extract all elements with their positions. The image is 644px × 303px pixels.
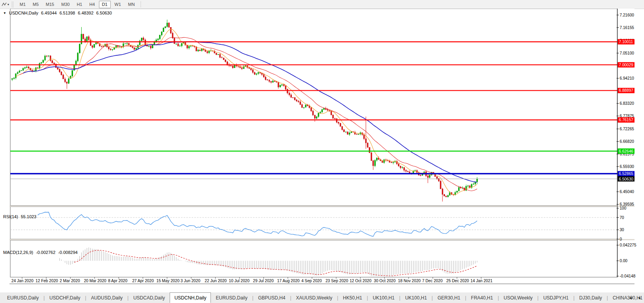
macd-main-value: -0.002762 bbox=[36, 250, 55, 255]
date-label: 17 Aug 2020 bbox=[277, 279, 300, 283]
macd-signal-value: -0.008294 bbox=[58, 250, 78, 255]
tab-uk100-h1[interactable]: UK100,H1 bbox=[401, 292, 432, 303]
rsi-value: 55.1023 bbox=[21, 214, 37, 219]
timeframe-button-m15[interactable]: M15 bbox=[43, 1, 57, 8]
tab-audusd-daily[interactable]: AUDUSD,Daily bbox=[86, 292, 128, 303]
tab-list: EURUSD,Daily|USDCHF,Daily|AUDUSD,Daily|U… bbox=[0, 292, 644, 303]
date-label: 27 Apr 2020 bbox=[132, 279, 154, 283]
price-tick-label: 6.55930 bbox=[620, 164, 634, 169]
ohlc-open: 6.49344 bbox=[41, 11, 57, 15]
macd-tick-label: 0.042275 bbox=[620, 243, 637, 248]
date-label: 7 Dec 2020 bbox=[422, 279, 443, 283]
rsi-name: RSI(14) bbox=[3, 214, 18, 219]
tab-scrollers: ◄ ► bbox=[629, 292, 642, 303]
rsi-indicator-label: RSI(14) 55.1023 bbox=[3, 214, 38, 219]
level-price-label: 6.62646 bbox=[619, 149, 633, 153]
tab-scroll-left-icon[interactable]: ◄ bbox=[629, 296, 632, 300]
tab-hk50-h1[interactable]: HK50,H1 bbox=[338, 292, 367, 303]
rsi-tick-label: 70 bbox=[620, 215, 624, 220]
timeframe-button-d1[interactable]: D1 bbox=[99, 1, 111, 8]
date-label: 22 Jun 2020 bbox=[205, 279, 227, 283]
date-label: 29 Jul 2020 bbox=[253, 279, 274, 283]
date-label: 25 Dec 2020 bbox=[446, 279, 469, 283]
price-tick-label: 7.05100 bbox=[620, 51, 634, 55]
tab-ger30-h1[interactable]: GER30,H1 bbox=[433, 292, 465, 303]
macd-name: MACD(12,26,9) bbox=[3, 250, 33, 255]
rsi-tick-label: 0 bbox=[620, 237, 622, 241]
level-price-label: 7.10011 bbox=[619, 40, 633, 44]
toolbar-grip-handle[interactable] bbox=[12, 2, 13, 7]
chart-title: ▼ USDCNH,Daily 6.49344 6.51398 6.48392 6… bbox=[3, 11, 113, 15]
date-label: 20 Mar 2020 bbox=[84, 279, 106, 283]
ohlc-close: 6.50630 bbox=[96, 11, 112, 15]
price-tick-label: 6.72265 bbox=[620, 127, 634, 131]
panel-splitter[interactable] bbox=[9, 206, 635, 207]
current-price-label: 6.50630 bbox=[619, 177, 633, 181]
date-label: 12 Feb 2020 bbox=[36, 279, 58, 283]
mt4-window: { "toolbar":{ "tool_caret":"▾", "timefra… bbox=[0, 0, 644, 303]
tab-dj30-daily[interactable]: DJ30,Daily bbox=[574, 292, 607, 303]
rsi-tick-label: 30 bbox=[620, 228, 624, 232]
level-price-label: 7.00029 bbox=[619, 63, 633, 67]
level-price-label: 6.76157 bbox=[619, 118, 633, 122]
timeframe-buttons: M1M5M15M30H1H4D1W1MN bbox=[16, 1, 138, 8]
price-chart-canvas[interactable]: 7.106286.996556.887656.504857.216007.161… bbox=[0, 9, 644, 292]
timeframe-button-m5[interactable]: M5 bbox=[29, 1, 42, 8]
tab-eurusd-daily[interactable]: EURUSD,Daily bbox=[211, 292, 252, 303]
panel-splitter[interactable] bbox=[9, 239, 635, 240]
tab-usdjpy-h1[interactable]: USDJPY,H1 bbox=[538, 292, 573, 303]
tab-eurusd-daily[interactable]: EURUSD,Daily bbox=[2, 292, 44, 303]
tab-usdcad-daily[interactable]: USDCAD,Daily bbox=[128, 292, 170, 303]
date-label: 3 Jun 2020 bbox=[181, 279, 201, 283]
date-label: 8 Apr 2020 bbox=[108, 279, 128, 283]
timeframe-button-h1[interactable]: H1 bbox=[73, 1, 85, 8]
price-tick-label: 7.16155 bbox=[620, 26, 634, 30]
date-label: 12 Oct 2020 bbox=[349, 279, 371, 283]
price-tick-label: 6.66820 bbox=[620, 139, 634, 144]
tab-fra40-h1[interactable]: FRA40,H1 bbox=[466, 292, 498, 303]
timeframe-button-mn[interactable]: MN bbox=[125, 1, 138, 8]
tab-usdcnh-daily[interactable]: USDCNH,Daily bbox=[170, 292, 211, 303]
date-label: 18 Nov 2020 bbox=[398, 279, 421, 283]
timeframe-button-m1[interactable]: M1 bbox=[16, 1, 29, 8]
timeframe-toolbar: ▾ M1M5M15M30H1H4D1W1MN bbox=[0, 0, 644, 9]
chart-tool-caret-icon[interactable]: ▾ bbox=[7, 3, 9, 6]
macd-indicator-label: MACD(12,26,9) -0.002762 -0.008294 bbox=[3, 250, 79, 255]
tab-uk100-h1[interactable]: UK100,H1 bbox=[368, 292, 399, 303]
price-tick-label: 6.83320 bbox=[620, 101, 634, 106]
ohlc-high: 6.51398 bbox=[59, 11, 75, 15]
symbol-tabs-bar: EURUSD,Daily|USDCHF,Daily|AUDUSD,Daily|U… bbox=[0, 292, 644, 303]
timeframe-button-m30[interactable]: M30 bbox=[58, 1, 73, 8]
date-label: 14 Jan 2021 bbox=[470, 279, 492, 283]
chart-title-marker-icon[interactable]: ▼ bbox=[3, 11, 6, 15]
tab-xauusd-weekly[interactable]: XAUUSD,Weekly bbox=[291, 292, 337, 303]
macd-tick-label: 0.00 bbox=[620, 259, 628, 263]
price-tick-label: 6.94210 bbox=[620, 76, 634, 80]
toolbar-separator bbox=[141, 1, 141, 7]
price-tick-label: 6.45040 bbox=[620, 190, 634, 194]
chart-title-symbol: USDCNH,Daily bbox=[9, 11, 38, 15]
macd-tick-label: -0.04148 bbox=[620, 274, 635, 278]
date-label: 24 Jan 2020 bbox=[11, 279, 33, 283]
date-label: 30 Oct 2020 bbox=[374, 279, 396, 283]
chart-tool-icon[interactable] bbox=[1, 2, 7, 7]
timeframe-button-h4[interactable]: H4 bbox=[86, 1, 98, 8]
timeframe-button-w1[interactable]: W1 bbox=[112, 1, 124, 8]
level-price-label: 6.52865 bbox=[619, 172, 633, 176]
rsi-tick-label: 100 bbox=[620, 206, 626, 210]
tab-gbpusd-h4[interactable]: GBPUSD,H4 bbox=[253, 292, 290, 303]
date-label: 23 Sep 2020 bbox=[326, 279, 348, 283]
level-price-label: 6.88897 bbox=[619, 88, 633, 93]
ohlc-low: 6.48392 bbox=[78, 11, 93, 15]
date-label: 15 May 2020 bbox=[156, 279, 179, 283]
date-label: 10 Jul 2020 bbox=[229, 279, 250, 283]
rsi-panel[interactable] bbox=[10, 207, 617, 239]
tab-usoil-weekly[interactable]: USOil,Weekly bbox=[499, 292, 538, 303]
price-tick-label: 7.21600 bbox=[620, 13, 634, 17]
tab-usdchf-daily[interactable]: USDCHF,Daily bbox=[45, 292, 85, 303]
date-label: 4 Sep 2020 bbox=[301, 279, 322, 283]
chart-tool-group: ▾ bbox=[0, 2, 16, 7]
main-chart-panel[interactable] bbox=[10, 9, 617, 206]
date-label: 2 Mar 2020 bbox=[60, 279, 80, 283]
tab-scroll-right-icon[interactable]: ► bbox=[638, 296, 642, 300]
